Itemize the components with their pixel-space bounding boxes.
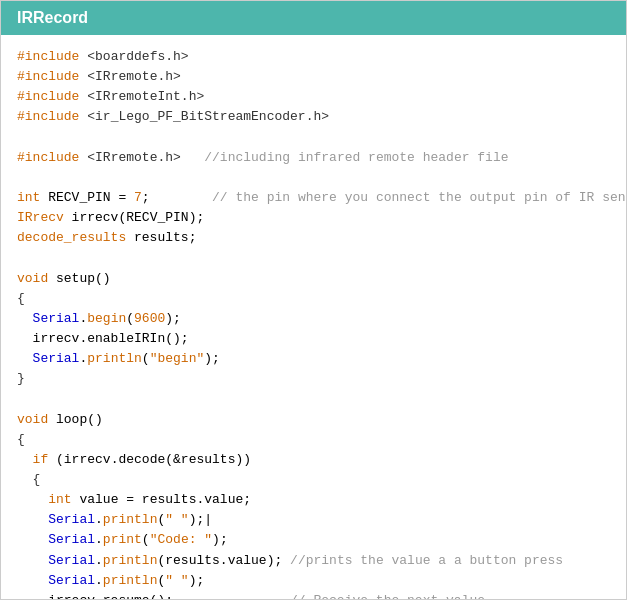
code-line: void loop() [17, 410, 610, 430]
code-line: { [17, 470, 610, 490]
code-area[interactable]: #include <boarddefs.h>#include <IRremote… [1, 35, 626, 599]
code-line [17, 248, 610, 268]
code-line: decode_results results; [17, 228, 610, 248]
code-line: #include <IRremoteInt.h> [17, 87, 610, 107]
code-line: Serial.println(results.value); //prints … [17, 551, 610, 571]
title-bar: IRRecord [1, 1, 626, 35]
code-line: Serial.begin(9600); [17, 309, 610, 329]
code-line: #include <IRremote.h> [17, 67, 610, 87]
window-title: IRRecord [17, 9, 88, 27]
code-line: } [17, 369, 610, 389]
code-line: Serial.println(" ");| [17, 510, 610, 530]
code-line: #include <IRremote.h> //including infrar… [17, 148, 610, 168]
code-line: IRrecv irrecv(RECV_PIN); [17, 208, 610, 228]
code-line [17, 128, 610, 148]
code-line: Serial.println(" "); [17, 571, 610, 591]
code-line: { [17, 289, 610, 309]
code-line: irrecv.enableIRIn(); [17, 329, 610, 349]
code-line: #include <ir_Lego_PF_BitStreamEncoder.h> [17, 107, 610, 127]
code-line: if (irrecv.decode(&results)) [17, 450, 610, 470]
code-line: { [17, 430, 610, 450]
code-line: Serial.print("Code: "); [17, 530, 610, 550]
code-line: void setup() [17, 269, 610, 289]
code-line: Serial.println("begin"); [17, 349, 610, 369]
code-line: int value = results.value; [17, 490, 610, 510]
code-line [17, 389, 610, 409]
code-line [17, 168, 610, 188]
code-line: #include <boarddefs.h> [17, 47, 610, 67]
main-window: IRRecord #include <boarddefs.h>#include … [0, 0, 627, 600]
code-line: irrecv.resume(); // Receive the next val… [17, 591, 610, 599]
code-line: int RECV_PIN = 7; // the pin where you c… [17, 188, 610, 208]
